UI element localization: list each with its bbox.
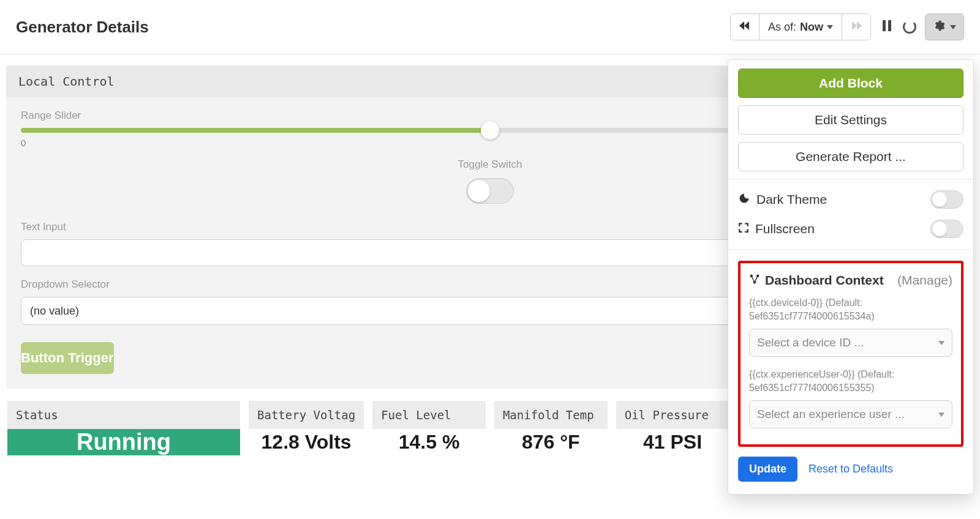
time-back-button[interactable] bbox=[731, 14, 759, 40]
ctx-user-placeholder: Select an experience user ... bbox=[757, 408, 905, 421]
fullscreen-toggle[interactable] bbox=[930, 220, 963, 238]
ctx-device-select[interactable]: Select a device ID ... bbox=[749, 329, 952, 357]
metric-card: StatusRunning bbox=[7, 401, 240, 455]
rewind-icon bbox=[739, 21, 750, 34]
dark-theme-toggle[interactable] bbox=[930, 190, 963, 209]
time-nav-group: As of: Now bbox=[730, 13, 871, 40]
page-body: Local Control Range Slider 0 Toggle Swit… bbox=[0, 54, 980, 455]
metric-value: Running bbox=[7, 429, 240, 455]
update-button[interactable]: Update bbox=[738, 457, 797, 482]
toggle-switch[interactable] bbox=[466, 178, 514, 204]
forward-icon bbox=[851, 21, 862, 34]
generate-report-button[interactable]: Generate Report ... bbox=[738, 142, 963, 171]
ctx-user-select[interactable]: Select an experience user ... bbox=[749, 400, 952, 428]
settings-gear-button[interactable] bbox=[925, 13, 964, 40]
metric-title: Status bbox=[7, 401, 240, 429]
button-trigger[interactable]: Button Trigger bbox=[21, 342, 114, 374]
metric-card: Manifold Temp876 °F bbox=[494, 401, 608, 455]
asof-value: Now bbox=[800, 21, 823, 34]
slider-min-label: 0 bbox=[21, 138, 26, 148]
ctx-device-label: {{ctx.deviceId-0}} (Default: 5ef6351cf77… bbox=[749, 296, 952, 323]
add-block-button[interactable]: Add Block bbox=[738, 69, 963, 98]
metric-card: Fuel Level14.5 % bbox=[372, 401, 486, 455]
fullscreen-row: Fullscreen bbox=[738, 220, 963, 238]
edit-settings-button[interactable]: Edit Settings bbox=[738, 105, 963, 135]
metric-title: Oil Pressure bbox=[616, 401, 729, 429]
time-forward-button bbox=[842, 14, 870, 40]
fullscreen-icon bbox=[738, 222, 749, 236]
metric-title: Battery Voltag bbox=[249, 401, 364, 429]
asof-dropdown[interactable]: As of: Now bbox=[759, 14, 842, 40]
metric-card: Oil Pressure41 PSI bbox=[616, 401, 729, 455]
page-title: Generator Details bbox=[16, 18, 149, 37]
metric-value: 12.8 Volts bbox=[249, 429, 364, 455]
metric-title: Manifold Temp bbox=[494, 401, 608, 429]
pause-icon bbox=[882, 20, 892, 34]
ctx-user-label: {{ctx.experienceUser-0}} (Default: 5ef63… bbox=[749, 368, 952, 394]
dark-theme-row: Dark Theme bbox=[738, 190, 963, 209]
chevron-down-icon bbox=[827, 25, 833, 29]
ctx-device-placeholder: Select a device ID ... bbox=[757, 336, 864, 349]
context-manage-link[interactable]: (Manage) bbox=[897, 273, 952, 288]
context-title: Dashboard Context bbox=[765, 273, 884, 288]
chevron-down-icon bbox=[938, 413, 944, 417]
dark-theme-label: Dark Theme bbox=[756, 192, 827, 207]
pause-button[interactable] bbox=[880, 20, 894, 34]
page-header: Generator Details As of: Now bbox=[0, 0, 980, 54]
metric-value: 14.5 % bbox=[372, 429, 486, 455]
fullscreen-label: Fullscreen bbox=[755, 222, 815, 236]
metric-card: Battery Voltag12.8 Volts bbox=[249, 401, 364, 455]
dashboard-context-box: Dashboard Context (Manage) {{ctx.deviceI… bbox=[738, 261, 963, 447]
metric-value: 41 PSI bbox=[616, 429, 729, 455]
metric-value: 876 °F bbox=[494, 429, 608, 455]
chevron-down-icon bbox=[950, 25, 956, 29]
metric-title: Fuel Level bbox=[372, 401, 486, 429]
dropdown-value: (no value) bbox=[30, 305, 79, 318]
settings-dropdown-panel: Add Block Edit Settings Generate Report … bbox=[728, 59, 974, 495]
header-controls: As of: Now bbox=[730, 13, 964, 40]
svg-rect-0 bbox=[883, 20, 886, 31]
slider-thumb[interactable] bbox=[481, 121, 499, 140]
reset-defaults-link[interactable]: Reset to Defaults bbox=[809, 463, 893, 476]
moon-icon bbox=[738, 192, 750, 207]
chevron-down-icon bbox=[938, 341, 944, 345]
gear-icon bbox=[933, 20, 945, 34]
loading-spinner-icon bbox=[903, 20, 916, 34]
svg-rect-1 bbox=[888, 20, 891, 31]
context-icon bbox=[749, 273, 760, 288]
asof-prefix: As of: bbox=[768, 21, 796, 34]
